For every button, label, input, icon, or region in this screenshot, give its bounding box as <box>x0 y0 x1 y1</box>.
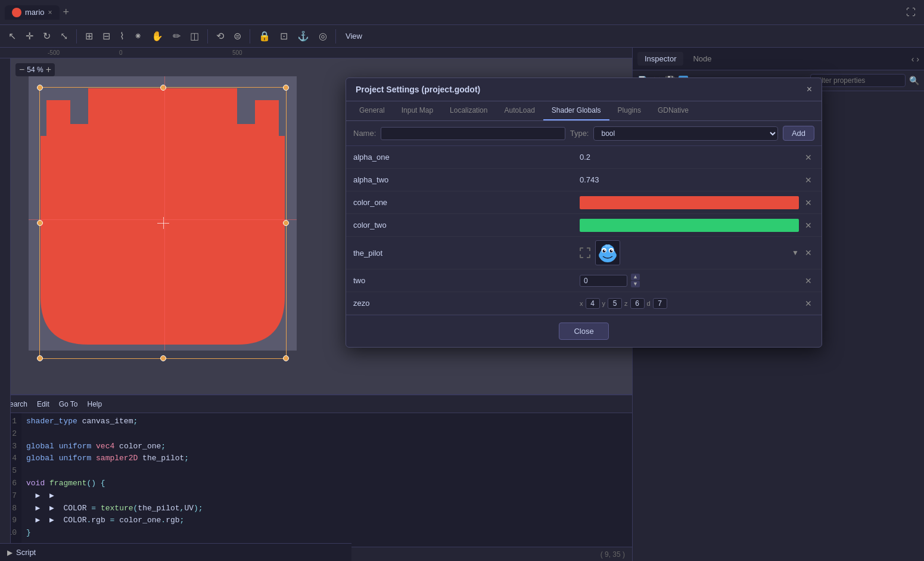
two-spin-up[interactable]: ▲ <box>631 274 640 280</box>
transform-btn[interactable]: ⟲ <box>213 28 228 44</box>
dialog-title: Project Settings (project.godot) <box>356 85 480 94</box>
zoom-controls: − 54 % + <box>15 63 55 76</box>
svg-point-6 <box>604 250 605 251</box>
x-value[interactable]: 4 <box>586 298 600 309</box>
shader-value-alpha-two: 0.743 <box>580 175 799 184</box>
dtab-inputmap[interactable]: Input Map <box>393 101 441 120</box>
lock-btn[interactable]: 🔒 <box>255 28 274 44</box>
horizontal-guide <box>29 219 297 220</box>
y-value[interactable]: 5 <box>608 298 622 309</box>
tab-node[interactable]: Node <box>686 52 718 66</box>
pen-tool[interactable]: ✏ <box>169 28 184 44</box>
handle-bot-right[interactable] <box>283 355 289 361</box>
grid-tool[interactable]: ⊟ <box>99 28 114 44</box>
shader-value-color-one <box>580 196 799 209</box>
code-editor[interactable]: 1 2 3 4 5 6 7 8 9 10 shader_type canvas_… <box>0 413 632 547</box>
delete-color-two[interactable]: ✕ <box>802 221 814 230</box>
align-btn[interactable]: ⊜ <box>230 28 245 44</box>
menu-help[interactable]: Help <box>88 400 102 408</box>
contact-tool[interactable]: ⁕ <box>130 28 145 44</box>
zoom-out-button[interactable]: − <box>19 64 24 75</box>
name-input[interactable] <box>381 127 565 140</box>
color-one-bar[interactable] <box>580 196 799 209</box>
script-label[interactable]: Script <box>16 548 36 557</box>
color-two-bar[interactable] <box>580 219 799 232</box>
tab-icon <box>12 8 21 17</box>
view-label[interactable]: View <box>341 32 367 41</box>
main-toolbar: ↖ ✛ ↻ ⤡ ⊞ ⊟ ⌇ ⁕ ✋ ✏ ◫ ⟲ ⊜ 🔒 ⊡ ⚓ ◎ View <box>0 25 924 48</box>
two-value-input[interactable] <box>580 275 627 287</box>
z-value[interactable]: 6 <box>630 298 645 309</box>
shader-row-alpha-two: alpha_two 0.743 ✕ <box>346 169 822 191</box>
type-select[interactable]: bool int float vec2 vec3 vec4 color samp… <box>593 126 777 141</box>
shader-name-alpha-two: alpha_two <box>353 175 580 184</box>
nav-back[interactable]: ‹ <box>911 54 914 64</box>
nav-forward[interactable]: › <box>916 54 919 64</box>
code-content[interactable]: shader_type canvas_item; global uniform … <box>21 413 632 547</box>
dtab-gdnative[interactable]: GDNative <box>649 101 697 120</box>
shader-row-alpha-one: alpha_one 0.2 ✕ <box>346 146 822 169</box>
dtab-autoload[interactable]: AutoLoad <box>496 101 543 120</box>
inspector-nav: ‹ › <box>911 54 919 64</box>
mario-tab[interactable]: mario × <box>5 5 60 20</box>
sprite-shape <box>41 88 285 345</box>
dtab-general[interactable]: General <box>351 101 393 120</box>
zoom-level: 54 % <box>27 66 43 74</box>
maximize-button[interactable]: ⛶ <box>903 5 919 20</box>
shader-name-color-two: color_two <box>353 221 580 230</box>
x-label: x <box>580 300 583 307</box>
snap-tool[interactable]: ⊞ <box>82 28 97 44</box>
z-label: z <box>624 300 628 307</box>
close-dialog-button[interactable]: Close <box>559 323 608 340</box>
bone-tool[interactable]: ⌇ <box>116 28 128 44</box>
godot-mascot-icon <box>597 242 618 264</box>
anchor-btn[interactable]: ⚓ <box>294 28 313 44</box>
pilot-dropdown[interactable]: ▼ <box>792 249 799 257</box>
sep3 <box>250 29 250 44</box>
two-spin-down[interactable]: ▼ <box>631 281 640 287</box>
alpha-one-value: 0.2 <box>580 153 590 162</box>
menu-edit[interactable]: Edit <box>37 400 49 408</box>
layout-btn[interactable]: ⊡ <box>276 28 291 44</box>
zoom-in-button[interactable]: + <box>46 64 51 75</box>
dialog-close-button[interactable]: × <box>807 84 812 95</box>
rotate-tool[interactable]: ↻ <box>39 28 54 44</box>
move-tool[interactable]: ✛ <box>22 28 37 44</box>
add-tab-button[interactable]: + <box>63 6 70 18</box>
delete-two[interactable]: ✕ <box>802 276 814 286</box>
handle-bot-mid[interactable] <box>160 355 166 361</box>
dtab-localization[interactable]: Localization <box>441 101 496 120</box>
scale-tool[interactable]: ⤡ <box>57 28 71 44</box>
dtab-plugins[interactable]: Plugins <box>609 101 649 120</box>
shader-row-color-two: color_two ✕ <box>346 214 822 237</box>
delete-color-one[interactable]: ✕ <box>802 198 814 207</box>
menu-goto[interactable]: Go To <box>59 400 78 408</box>
filter-properties-input[interactable] <box>810 74 906 87</box>
delete-alpha-one[interactable]: ✕ <box>802 153 814 162</box>
tab-inspector[interactable]: Inspector <box>637 52 683 66</box>
y-label: y <box>602 300 606 307</box>
d-value[interactable]: 7 <box>653 298 667 309</box>
dtab-shader-globals[interactable]: Shader Globals <box>543 101 609 120</box>
alpha-two-value: 0.743 <box>580 175 599 184</box>
dialog-tabs: General Input Map Localization AutoLoad … <box>346 101 822 121</box>
tab-close-button[interactable]: × <box>48 8 52 17</box>
dialog-toolbar: Name: Type: bool int float vec2 vec3 vec… <box>346 121 822 146</box>
xyzd-row: x 4 y 5 z 6 d 7 <box>580 298 667 309</box>
shader-value-alpha-one: 0.2 <box>580 153 799 162</box>
horizontal-ruler: -500 0 500 <box>0 48 632 58</box>
select-tool[interactable]: ↖ <box>5 28 20 44</box>
delete-the-pilot[interactable]: ✕ <box>802 248 814 258</box>
handle-bot-left[interactable] <box>37 355 43 361</box>
texture-placeholder <box>580 247 590 258</box>
add-button[interactable]: Add <box>783 126 814 141</box>
shader-value-two: ▲ ▼ <box>580 274 799 287</box>
search-icon: 🔍 <box>909 76 919 85</box>
texture-preview[interactable] <box>595 240 620 265</box>
delete-zezo[interactable]: ✕ <box>802 299 814 308</box>
delete-alpha-two[interactable]: ✕ <box>802 175 814 185</box>
pan-tool[interactable]: ✋ <box>148 28 167 44</box>
shader-value-zezo: x 4 y 5 z 6 d 7 <box>580 298 799 309</box>
fill-tool[interactable]: ◫ <box>186 28 203 44</box>
visibility-btn[interactable]: ◎ <box>315 28 331 44</box>
